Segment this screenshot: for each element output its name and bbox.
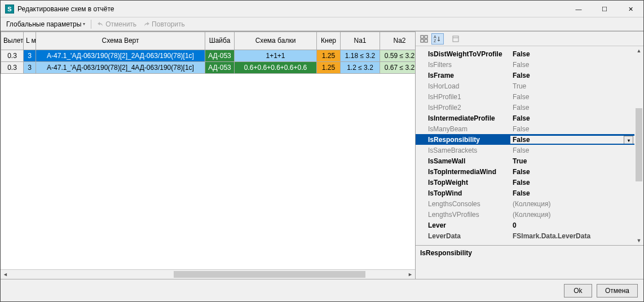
col-kner[interactable]: Кнер	[317, 32, 341, 50]
property-value[interactable]: False	[510, 189, 634, 197]
property-value[interactable]: False	[510, 72, 634, 79]
property-value[interactable]: False▾	[510, 136, 634, 144]
property-pane: AZ IsDistWeightToVProfileFalseIsFiltersF…	[416, 32, 643, 279]
cell-schb[interactable]: 1+1+1	[235, 50, 317, 62]
property-row[interactable]: IsHProfile2False	[416, 102, 634, 113]
property-description-title: IsResponsibility	[420, 249, 472, 257]
table-row[interactable]: 0.33А-47.1_'АД-063/190(78)[2]_4АД-063/19…	[1, 62, 416, 74]
property-row[interactable]: IsSameWallTrue	[416, 156, 634, 166]
property-value[interactable]: False	[510, 146, 634, 154]
table-row[interactable]: 0.33А-47.1_'АД-063/190(78)[2]_2АД-063/19…	[1, 50, 416, 62]
cell-L[interactable]: 3	[24, 62, 36, 74]
scroll-track[interactable]	[10, 270, 405, 279]
property-row[interactable]: IsTopWeightFalse	[416, 177, 634, 188]
property-name: IsSameBrackets	[416, 146, 510, 154]
cell-kner[interactable]: 1.25	[317, 50, 341, 62]
window-controls: — ☐ ✕	[566, 1, 643, 17]
property-row[interactable]: IsResponsibilityFalse▾	[416, 134, 634, 145]
property-row[interactable]: IsFrameFalse	[416, 70, 634, 81]
property-row[interactable]: Lever0	[416, 220, 634, 230]
redo-button[interactable]: Повторить	[141, 20, 187, 29]
cell-schv[interactable]: А-47.1_'АД-063/190(78)[2]_4АД-063/190(78…	[36, 62, 205, 74]
property-row[interactable]: IsIntermediateProfileFalse	[416, 113, 634, 123]
property-pages-button[interactable]	[449, 33, 462, 45]
scroll-left-arrow[interactable]: ◄	[1, 270, 10, 279]
cell-schb[interactable]: 0.6+0.6+0.6+0.6+0.6	[235, 62, 317, 74]
property-value[interactable]: False	[510, 61, 634, 69]
col-vylet[interactable]: Вылет м	[1, 32, 24, 50]
close-button[interactable]: ✕	[617, 1, 643, 17]
property-row[interactable]: IsHorLoadTrue	[416, 81, 634, 91]
property-value[interactable]: (Коллекция)	[510, 211, 634, 219]
property-row[interactable]: IsHProfile1False	[416, 91, 634, 102]
cell-vylet[interactable]: 0.3	[1, 50, 24, 62]
horizontal-scrollbar[interactable]: ◄ ►	[1, 269, 415, 279]
property-value[interactable]: (Коллекция)	[510, 200, 634, 208]
property-row[interactable]: IsFiltersFalse	[416, 59, 634, 70]
scroll-down-arrow[interactable]: ▼	[634, 236, 643, 245]
body: Вылет м L м Схема Верт Шайба Схема балки…	[1, 31, 643, 279]
toolbar-separator	[91, 20, 91, 29]
cell-vylet[interactable]: 0.3	[1, 62, 24, 74]
cell-shaiba[interactable]: АД-053	[205, 62, 235, 74]
property-row[interactable]: LengthsConsoles(Коллекция)	[416, 198, 634, 209]
property-value[interactable]: False	[510, 114, 634, 122]
scroll-up-arrow[interactable]: ▲	[634, 46, 643, 55]
col-schv[interactable]: Схема Верт	[36, 32, 205, 50]
property-row[interactable]: IsDistWeightToVProfileFalse	[416, 48, 634, 59]
minimize-button[interactable]: —	[566, 1, 592, 17]
property-row[interactable]: IsTopWindFalse	[416, 188, 634, 198]
schemes-table: Вылет м L м Схема Верт Шайба Схема балки…	[1, 32, 415, 74]
property-row[interactable]: LeverDataFSImark.Data.LeverData	[416, 230, 634, 241]
col-L[interactable]: L м	[24, 32, 36, 50]
cell-na2[interactable]: 0.67 ≤ 3.2	[380, 62, 416, 74]
col-na1[interactable]: Na1	[341, 32, 380, 50]
property-value[interactable]: False	[510, 179, 634, 186]
scroll-right-arrow[interactable]: ►	[405, 270, 415, 279]
cell-na1[interactable]: 1.18 ≤ 3.2	[341, 50, 380, 62]
categorized-view-button[interactable]	[418, 33, 430, 45]
property-row[interactable]: IsTopIntermediaWindFalse	[416, 166, 634, 177]
undo-button[interactable]: Отменить	[95, 20, 139, 29]
property-row[interactable]: IsManyBeamFalse	[416, 123, 634, 134]
cell-shaiba[interactable]: АД-053	[205, 50, 235, 62]
global-params-menu[interactable]: Глобальные параметры ▾	[4, 20, 87, 29]
cell-kner[interactable]: 1.25	[317, 62, 341, 74]
app-icon: S	[5, 5, 14, 14]
property-value[interactable]: 0	[510, 221, 634, 229]
scroll-thumb[interactable]	[636, 108, 642, 181]
cell-schv[interactable]: А-47.1_'АД-063/190(78)[2]_2АД-063/190(78…	[36, 50, 205, 62]
cell-na2[interactable]: 0.59 ≤ 3.2	[380, 50, 416, 62]
property-row[interactable]: IsSameBracketsFalse	[416, 145, 634, 156]
property-name: Lever	[416, 221, 510, 229]
property-value[interactable]: False	[510, 50, 634, 58]
property-value[interactable]: False	[510, 125, 634, 133]
property-name: IsFrame	[416, 72, 510, 79]
vertical-scrollbar[interactable]: ▲ ▼	[634, 46, 643, 245]
property-value[interactable]: False	[510, 168, 634, 176]
ok-button[interactable]: Ok	[564, 284, 592, 297]
col-schb[interactable]: Схема балки	[235, 32, 317, 50]
cancel-button[interactable]: Отмена	[597, 284, 638, 297]
property-name: LengthsConsoles	[416, 200, 510, 208]
cell-na1[interactable]: 1.2 ≤ 3.2	[341, 62, 380, 74]
svg-rect-6	[453, 36, 458, 42]
col-shaiba[interactable]: Шайба	[205, 32, 235, 50]
property-value[interactable]: False	[510, 104, 634, 112]
scroll-thumb[interactable]	[174, 271, 365, 278]
redo-label: Повторить	[152, 20, 185, 28]
alphabetical-view-button[interactable]: AZ	[431, 33, 444, 45]
property-value[interactable]: True	[510, 157, 634, 165]
property-description: IsResponsibility	[416, 245, 643, 279]
property-value[interactable]: True	[510, 82, 634, 90]
property-value[interactable]: False	[510, 93, 634, 101]
maximize-button[interactable]: ☐	[592, 1, 617, 17]
cell-L[interactable]: 3	[24, 50, 36, 62]
property-name: IsDistWeightToVProfile	[416, 50, 510, 58]
property-row[interactable]: LengthsVProfiles(Коллекция)	[416, 209, 634, 220]
svg-rect-1	[425, 35, 427, 38]
dropdown-button[interactable]: ▾	[624, 136, 633, 144]
grid-wrapper: Вылет м L м Схема Верт Шайба Схема балки…	[1, 32, 415, 269]
col-na2[interactable]: Na2	[380, 32, 416, 50]
property-value[interactable]: FSImark.Data.LeverData	[510, 232, 634, 240]
